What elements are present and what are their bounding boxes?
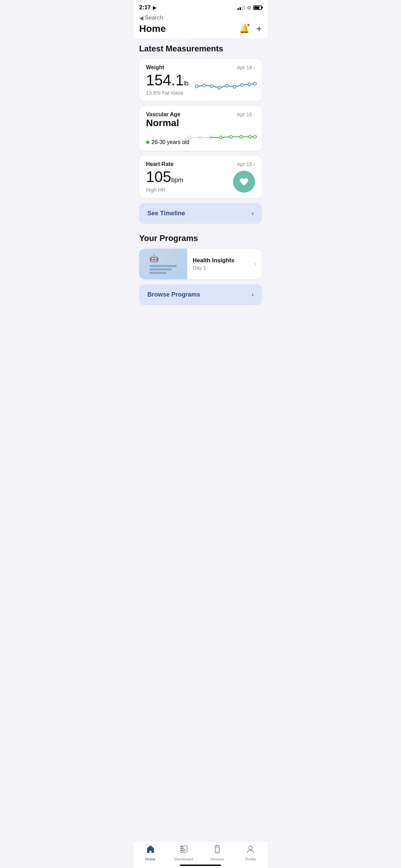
program-day: Day 1 — [193, 265, 234, 270]
vascular-status: Normal — [146, 118, 180, 129]
main-content: Latest Measurements Weight Apr 18 › 154.… — [134, 38, 267, 352]
svg-point-2 — [210, 85, 213, 87]
back-label: Search — [145, 14, 163, 21]
nav-title-row: Home 🔔 + — [134, 23, 267, 38]
signal-bars — [238, 5, 245, 10]
chevron-left-icon: ◀ — [139, 15, 143, 21]
vascular-range: 26-30 years old — [146, 139, 189, 145]
notification-button[interactable]: 🔔 — [239, 24, 250, 34]
svg-point-6 — [241, 84, 243, 86]
add-button[interactable]: + — [256, 23, 262, 34]
svg-point-4 — [226, 84, 228, 87]
browse-chevron-icon: › — [252, 291, 254, 298]
svg-point-17 — [254, 135, 256, 138]
svg-point-11 — [199, 136, 202, 139]
program-info: Health Insights Day 1 › — [187, 252, 262, 276]
status-bar: 2:17 ▶ ⊙ — [134, 0, 267, 14]
heart-rate-label: Heart Rate — [146, 161, 173, 167]
svg-point-8 — [254, 82, 256, 85]
svg-point-5 — [233, 85, 236, 88]
program-name: Health Insights — [193, 257, 234, 264]
svg-point-7 — [248, 83, 251, 86]
status-icons: ⊙ — [238, 5, 262, 10]
svg-point-14 — [230, 135, 232, 138]
green-dot-icon — [146, 141, 149, 144]
notification-badge — [247, 23, 250, 27]
browse-programs-label: Browse Programs — [147, 291, 200, 298]
svg-point-16 — [248, 135, 251, 138]
svg-point-0 — [195, 85, 198, 88]
svg-point-3 — [218, 86, 221, 89]
vascular-chart — [190, 130, 255, 145]
page-title: Home — [139, 23, 166, 34]
weight-label: Weight — [146, 64, 164, 71]
heart-rate-chevron: › — [253, 161, 255, 167]
weight-value: 154.1lb — [146, 72, 189, 88]
program-line-3 — [149, 272, 167, 274]
program-card[interactable]: 🤖 Health Insights Day 1 › — [139, 249, 262, 279]
heart-icon-circle — [233, 171, 255, 193]
svg-point-1 — [203, 84, 206, 87]
heart-rate-date: Apr 15 › — [237, 161, 255, 167]
vascular-chevron: › — [253, 112, 255, 117]
vascular-date: Apr 15 › — [237, 111, 255, 117]
program-line-2 — [149, 268, 172, 270]
vascular-label: Vascular Age — [146, 111, 180, 118]
programs-title: Your Programs — [139, 233, 262, 243]
svg-point-13 — [219, 136, 222, 139]
svg-point-15 — [240, 135, 243, 138]
heart-rate-card[interactable]: Heart Rate Apr 15 › 105bpm High HR — [139, 156, 262, 198]
svg-point-10 — [189, 136, 191, 139]
wifi-icon: ⊙ — [247, 5, 251, 10]
program-chevron-icon: › — [255, 261, 256, 267]
timeline-button-label: See Timeline — [147, 210, 185, 217]
battery-icon — [253, 5, 262, 10]
program-face-icon: 🤖 — [149, 254, 177, 263]
heart-rate-value: 105bpm — [146, 169, 183, 185]
program-line-1 — [149, 265, 177, 267]
browse-programs-button[interactable]: Browse Programs › — [139, 284, 262, 305]
measurements-title: Latest Measurements — [139, 44, 262, 53]
location-icon: ▶ — [153, 5, 157, 10]
program-image: 🤖 — [139, 249, 187, 279]
vascular-age-card[interactable]: Vascular Age Normal Apr 15 › 26-30 years… — [139, 106, 262, 151]
weight-chart — [197, 77, 255, 96]
weight-chevron: › — [253, 65, 255, 70]
weight-card[interactable]: Weight Apr 18 › 154.1lb 13.8% Fat mass — [139, 59, 262, 101]
back-button[interactable]: ◀ Search — [139, 14, 262, 21]
see-timeline-button[interactable]: See Timeline › — [139, 203, 262, 224]
nav-actions: 🔔 + — [239, 23, 262, 34]
heart-icon — [239, 176, 250, 187]
status-time: 2:17 — [139, 4, 151, 11]
timeline-chevron-icon: › — [252, 210, 254, 217]
weight-date: Apr 18 › — [237, 64, 255, 70]
heart-rate-subtitle: High HR — [146, 187, 183, 193]
weight-subtitle: 13.8% Fat mass — [146, 90, 189, 96]
